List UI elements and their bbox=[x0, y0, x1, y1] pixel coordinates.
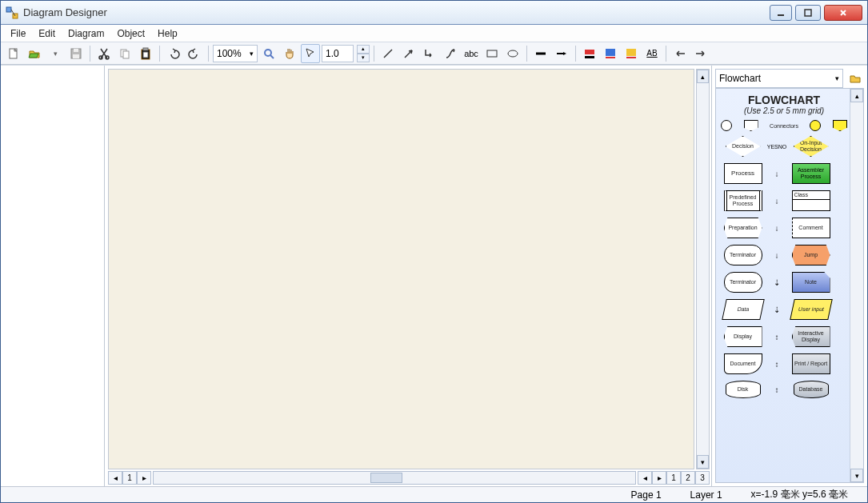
palette-title: FLOWCHART bbox=[721, 94, 847, 106]
canvas-wrap: ▴ ▾ ◂ 1 ▸ ◂ ▸ 1 2 3 bbox=[105, 66, 711, 486]
scroll-down-icon[interactable]: ▾ bbox=[850, 469, 863, 482]
hscroll-right-icon[interactable]: ▸ bbox=[652, 471, 666, 485]
linestyle-button[interactable] bbox=[531, 44, 550, 63]
svg-rect-10 bbox=[73, 54, 79, 58]
paste-button[interactable] bbox=[136, 44, 155, 63]
menu-file[interactable]: File bbox=[4, 26, 32, 42]
connector-offpage-yellow-shape[interactable] bbox=[833, 120, 847, 131]
svg-rect-16 bbox=[143, 48, 148, 50]
scroll-up-icon[interactable]: ▴ bbox=[697, 70, 709, 83]
gradientcolor-button[interactable] bbox=[622, 44, 641, 63]
assembler-process-shape[interactable]: Assembler Process bbox=[792, 163, 830, 184]
rect-tool[interactable] bbox=[482, 44, 502, 63]
save-button[interactable] bbox=[66, 44, 86, 63]
select-button[interactable] bbox=[301, 44, 320, 63]
layer-tab-3[interactable]: 3 bbox=[695, 471, 710, 485]
vertical-scrollbar[interactable]: ▴ ▾ bbox=[696, 69, 710, 469]
print-report-shape[interactable]: Print / Report bbox=[792, 353, 830, 374]
on-input-decision-shape[interactable]: On-Input Decision bbox=[794, 136, 829, 157]
arrowstart-button[interactable] bbox=[670, 44, 690, 63]
process-shape[interactable]: Process bbox=[724, 163, 762, 184]
jump-shape[interactable]: Jump bbox=[792, 245, 830, 265]
save-dropdown[interactable]: ▾ bbox=[46, 44, 65, 63]
terminator-shape[interactable]: Terminator bbox=[724, 245, 762, 265]
menu-diagram[interactable]: Diagram bbox=[62, 26, 110, 42]
minimize-button[interactable] bbox=[770, 5, 792, 21]
palette-scrollbar[interactable]: ▴ ▾ bbox=[850, 89, 863, 482]
palette-dropdown[interactable]: Flowchart▾ bbox=[715, 69, 843, 88]
class-shape[interactable]: Class bbox=[792, 190, 830, 211]
database-shape[interactable]: Database bbox=[794, 381, 829, 398]
preparation-shape[interactable]: Preparation bbox=[724, 218, 762, 238]
svg-line-20 bbox=[384, 50, 392, 58]
layer-tab-1[interactable]: 1 bbox=[666, 471, 681, 485]
arrow-tool[interactable] bbox=[399, 44, 418, 63]
maximize-button[interactable] bbox=[795, 5, 821, 21]
line-tool[interactable] bbox=[378, 44, 398, 63]
connectors-label: Connectors bbox=[770, 123, 798, 129]
page-tab-next[interactable]: ▸ bbox=[137, 471, 151, 485]
dashstyle-button[interactable] bbox=[552, 44, 571, 63]
text-tool[interactable]: abc bbox=[462, 44, 481, 63]
textcolor-button[interactable]: AB bbox=[642, 44, 662, 63]
page-thumbnails-panel[interactable] bbox=[1, 66, 105, 486]
cut-button[interactable] bbox=[94, 44, 114, 63]
window-title: Diagram Designer bbox=[23, 6, 770, 18]
app-window: Diagram Designer File Edit Diagram Objec… bbox=[0, 0, 868, 503]
interactive-display-shape[interactable]: Interactive Display bbox=[792, 326, 830, 347]
yes-no-label: YESNO bbox=[771, 144, 782, 150]
display-shape[interactable]: Display bbox=[724, 326, 762, 347]
menu-object[interactable]: Object bbox=[110, 26, 151, 42]
copy-button[interactable] bbox=[115, 44, 134, 63]
pan-button[interactable] bbox=[280, 44, 299, 63]
fillcolor-button[interactable] bbox=[601, 44, 620, 63]
arrowend-button[interactable] bbox=[691, 44, 710, 63]
hscroll-left-icon[interactable]: ◂ bbox=[638, 471, 652, 485]
page-tab-prev[interactable]: ◂ bbox=[108, 471, 122, 485]
data-shape[interactable]: Data bbox=[722, 299, 765, 320]
linecolor-button[interactable] bbox=[580, 44, 599, 63]
drawing-canvas[interactable] bbox=[108, 69, 694, 469]
ellipse-tool[interactable] bbox=[503, 44, 522, 63]
note-shape[interactable]: Note bbox=[792, 272, 830, 293]
redo-button[interactable] bbox=[185, 44, 204, 63]
menu-edit[interactable]: Edit bbox=[32, 26, 62, 42]
terminator2-shape[interactable]: Terminator bbox=[724, 272, 762, 293]
svg-rect-4 bbox=[805, 10, 811, 16]
horizontal-scrollbar[interactable] bbox=[153, 471, 636, 485]
menu-help[interactable]: Help bbox=[151, 26, 184, 42]
zoom-combo[interactable]: 100%▾ bbox=[213, 45, 258, 62]
svg-point-23 bbox=[508, 50, 518, 57]
connector1-tool[interactable] bbox=[420, 44, 439, 63]
toolbar: ▾ 100%▾ 1.0 ▴▾ abc AB bbox=[1, 42, 867, 65]
new-button[interactable] bbox=[4, 44, 23, 63]
decision-shape[interactable]: Decision bbox=[726, 136, 761, 157]
arrow-both-icon: ↕ bbox=[771, 333, 782, 341]
disk-shape[interactable]: Disk bbox=[726, 381, 761, 398]
scroll-up-icon[interactable]: ▴ bbox=[850, 89, 863, 102]
svg-rect-14 bbox=[123, 51, 129, 58]
undo-button[interactable] bbox=[164, 44, 183, 63]
page-tab-1[interactable]: 1 bbox=[122, 471, 137, 485]
scroll-down-icon[interactable]: ▾ bbox=[697, 455, 709, 469]
svg-rect-9 bbox=[74, 49, 78, 52]
palette-open-button[interactable] bbox=[846, 70, 864, 87]
zoom-fit-button[interactable] bbox=[259, 44, 278, 63]
close-button[interactable] bbox=[824, 5, 862, 21]
titlebar: Diagram Designer bbox=[1, 1, 867, 25]
linewidth-field[interactable]: 1.0 bbox=[322, 45, 354, 62]
connector2-tool[interactable] bbox=[441, 44, 460, 63]
connector-offpage-shape[interactable] bbox=[744, 120, 758, 131]
open-button[interactable] bbox=[25, 44, 44, 63]
comment-shape[interactable]: Comment bbox=[792, 218, 830, 238]
layer-tab-2[interactable]: 2 bbox=[681, 471, 695, 485]
document-shape[interactable]: Document bbox=[724, 353, 762, 374]
arrow-dashed-icon: ⇣ bbox=[771, 278, 782, 287]
predefined-process-shape[interactable]: Predefined Process bbox=[724, 190, 762, 211]
svg-point-18 bbox=[265, 50, 271, 56]
connector-circle-yellow-shape[interactable] bbox=[810, 120, 821, 131]
user-input-shape[interactable]: User input bbox=[790, 299, 833, 320]
connector-circle-shape[interactable] bbox=[721, 120, 732, 131]
svg-line-21 bbox=[405, 50, 412, 58]
linewidth-stepper[interactable]: ▴▾ bbox=[357, 45, 370, 62]
